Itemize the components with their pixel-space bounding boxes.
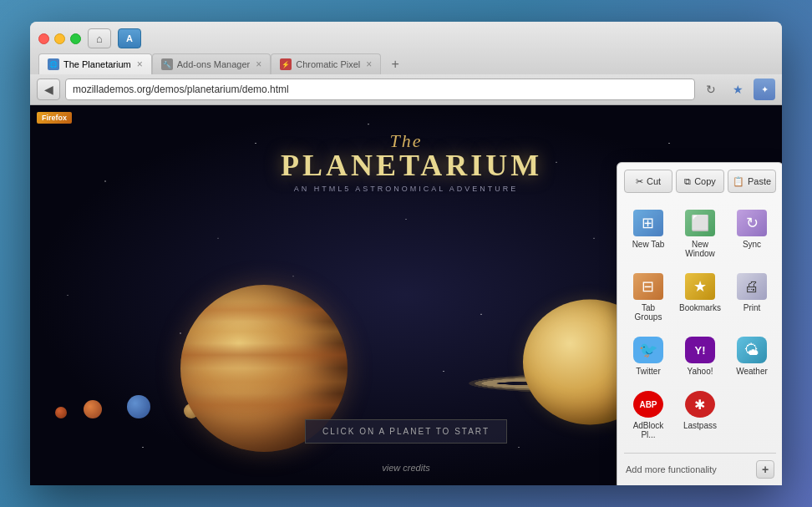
- firefox-badge: Firefox: [37, 112, 72, 124]
- tiny-planet-1[interactable]: [55, 407, 67, 418]
- menu-item-weather[interactable]: 🌤 Weather: [728, 330, 776, 381]
- add-functionality-row: Add more functionality +: [624, 457, 776, 482]
- title-bar: ⌂ A 🌐 The Planetarium × 🔧 Add-ons Manage…: [30, 22, 782, 74]
- menu-divider: [624, 453, 776, 454]
- menu-item-tab-groups[interactable]: ⊟ Tab Groups: [624, 266, 672, 327]
- tiny-planet-3[interactable]: [127, 395, 150, 418]
- print-label: Print: [743, 303, 761, 312]
- adblock-icon: ABP: [633, 391, 663, 418]
- menu-top-actions: ✂ Cut ⧉ Copy 📋 Paste: [624, 170, 776, 193]
- cut-icon: ✂: [636, 176, 643, 187]
- twitter-label: Twitter: [636, 367, 660, 376]
- menu-item-lastpass[interactable]: ✱ Lastpass: [676, 384, 724, 444]
- addon-button[interactable]: A: [118, 28, 141, 48]
- tiny-planet-2[interactable]: [84, 400, 102, 418]
- new-tab-label: New Tab: [632, 240, 665, 249]
- print-icon: 🖨: [737, 273, 767, 300]
- bookmark-star-button[interactable]: ★: [727, 79, 749, 100]
- tab-favicon: ⚡: [280, 58, 292, 70]
- maximize-button[interactable]: [70, 33, 81, 44]
- cta-button[interactable]: Click on a Planet to Start: [305, 419, 507, 444]
- menu-item-new-tab[interactable]: ⊞ New Tab: [624, 203, 672, 263]
- sync-label: Sync: [743, 240, 761, 249]
- new-window-icon: ⬜: [685, 210, 715, 236]
- lastpass-icon: ✱: [685, 391, 715, 418]
- tab-planetarium[interactable]: 🌐 The Planetarium ×: [38, 53, 152, 74]
- paste-label: Paste: [748, 176, 771, 186]
- menu-item-yahoo[interactable]: Y! Yahoo!: [676, 330, 724, 381]
- bookmarks-label: Bookmarks: [679, 303, 721, 312]
- tab-favicon: 🌐: [48, 58, 59, 70]
- view-credits-link[interactable]: view credits: [382, 463, 429, 473]
- cut-button[interactable]: ✂ Cut: [624, 170, 672, 193]
- new-tab-icon: ⊞: [633, 210, 663, 236]
- address-text: mozillademos.org/demos/planetarium/demo.…: [73, 84, 289, 95]
- back-button[interactable]: ◀: [37, 79, 60, 100]
- refresh-button[interactable]: ↻: [700, 79, 722, 100]
- copy-button[interactable]: ⧉ Copy: [676, 170, 724, 193]
- menu-item-bookmarks[interactable]: ★ Bookmarks: [676, 266, 724, 327]
- cut-label: Cut: [647, 176, 661, 186]
- tab-close-button[interactable]: ×: [256, 59, 261, 69]
- new-window-label: New Window: [679, 240, 721, 258]
- tab-chromatic[interactable]: ⚡ Chromatic Pixel ×: [271, 53, 381, 74]
- tab-title: Chromatic Pixel: [296, 59, 360, 69]
- menu-grid: ⊞ New Tab ⬜ New Window ↻ Sync ⊟ Tab Grou…: [624, 203, 776, 444]
- add-functionality-button[interactable]: +: [756, 460, 774, 479]
- paste-icon: 📋: [733, 176, 744, 187]
- minimize-button[interactable]: [54, 33, 65, 44]
- yahoo-icon: Y!: [685, 337, 715, 363]
- bookmarks-icon: ★: [685, 273, 715, 300]
- new-tab-button[interactable]: +: [384, 54, 406, 74]
- planetarium-subtitle: An HTML5 Astronomical Adventure: [281, 185, 531, 193]
- planetarium-title: Planetarium: [281, 148, 531, 183]
- adblock-label: AdBlock Pl...: [627, 421, 669, 439]
- add-functionality-label: Add more functionality: [626, 464, 717, 474]
- tab-title: The Planetarium: [63, 59, 131, 69]
- nav-bar: ◀ mozillademos.org/demos/planetarium/dem…: [30, 74, 782, 105]
- tab-close-button[interactable]: ×: [366, 59, 372, 69]
- yahoo-label: Yahoo!: [688, 367, 713, 376]
- copy-label: Copy: [694, 176, 716, 186]
- content-area: Firefox The Planetarium An HTML5 Astrono…: [30, 105, 782, 485]
- lastpass-label: Lastpass: [683, 421, 717, 430]
- menu-item-twitter[interactable]: 🐦 Twitter: [624, 330, 672, 381]
- twitter-icon: 🐦: [633, 337, 663, 363]
- firefox-menu-popup: ✂ Cut ⧉ Copy 📋 Paste ⊞ New Tab: [617, 162, 782, 485]
- copy-icon: ⧉: [684, 176, 691, 187]
- tab-groups-icon: ⊟: [633, 273, 663, 300]
- planet-title-container: The Planetarium An HTML5 Astronomical Ad…: [281, 130, 531, 193]
- tab-title: Add-ons Manager: [177, 59, 250, 69]
- tab-close-button[interactable]: ×: [137, 59, 143, 69]
- traffic-lights: [38, 33, 81, 44]
- paste-button[interactable]: 📋 Paste: [728, 170, 776, 193]
- sync-icon: ↻: [737, 210, 767, 236]
- tab-favicon: 🔧: [161, 58, 173, 70]
- menu-item-new-window[interactable]: ⬜ New Window: [676, 203, 724, 263]
- tab-groups-label: Tab Groups: [627, 303, 669, 322]
- menu-item-sync[interactable]: ↻ Sync: [728, 203, 776, 263]
- tab-bar: 🌐 The Planetarium × 🔧 Add-ons Manager × …: [38, 53, 774, 74]
- browser-window: ⌂ A 🌐 The Planetarium × 🔧 Add-ons Manage…: [30, 22, 782, 485]
- tab-addons[interactable]: 🔧 Add-ons Manager ×: [152, 53, 271, 74]
- close-button[interactable]: [38, 33, 49, 44]
- menu-item-adblock[interactable]: ABP AdBlock Pl...: [624, 384, 672, 444]
- weather-label: Weather: [736, 367, 768, 376]
- home-button[interactable]: ⌂: [88, 28, 111, 48]
- addon-star-button[interactable]: ✦: [754, 79, 775, 100]
- menu-item-print[interactable]: 🖨 Print: [728, 266, 776, 327]
- address-bar[interactable]: mozillademos.org/demos/planetarium/demo.…: [65, 79, 695, 100]
- weather-icon: 🌤: [737, 337, 767, 363]
